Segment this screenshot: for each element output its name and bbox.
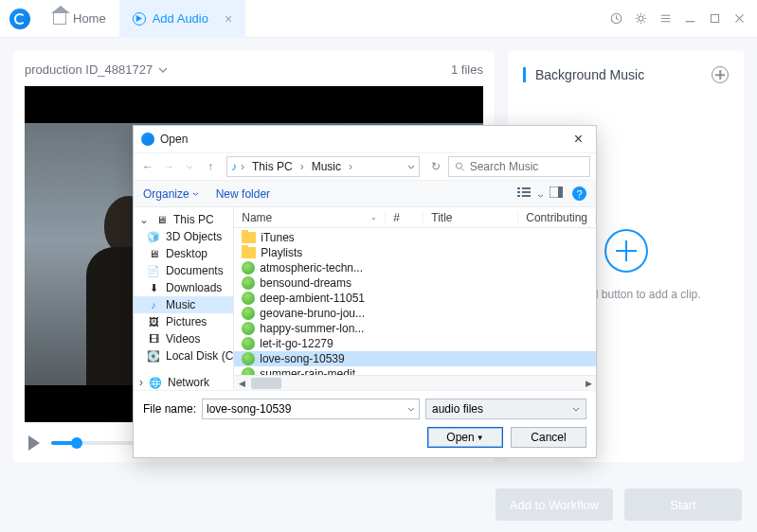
tree-item[interactable]: 📄Documents	[134, 262, 233, 279]
tree-this-pc[interactable]: ⌄🖥This PC	[134, 211, 233, 228]
help-icon[interactable]: ?	[572, 186, 586, 201]
svg-rect-5	[517, 187, 520, 189]
minimize-icon[interactable]	[684, 12, 696, 25]
file-item[interactable]: bensound-dreams	[234, 275, 596, 291]
breadcrumb-part[interactable]: This PC	[248, 160, 297, 173]
dialog-footer: File name: audio files Open▼ Cancel	[134, 390, 596, 457]
file-list: iTunesPlaylistsatmospheric-techn...benso…	[234, 228, 596, 375]
recent-dropdown[interactable]	[181, 158, 198, 175]
open-button[interactable]: Open▼	[427, 427, 503, 448]
svg-rect-3	[711, 14, 718, 22]
music-icon: ♪	[231, 160, 237, 173]
project-dropdown[interactable]: production ID_4881727	[25, 62, 168, 77]
audio-file-icon	[242, 322, 255, 335]
audio-file-icon	[242, 367, 255, 375]
tree-item[interactable]: 💽Local Disk (C:)	[134, 347, 233, 364]
view-list-icon[interactable]	[517, 186, 544, 201]
dialog-nav-row: ← → ↑ ♪ › This PC › Music › ↻	[134, 152, 596, 181]
organize-dropdown[interactable]: Organize	[143, 187, 199, 201]
forward-button[interactable]: →	[160, 158, 177, 175]
gear-icon[interactable]	[635, 12, 647, 25]
svg-rect-10	[522, 195, 531, 197]
nav-tree: ⌄🖥This PC 🧊3D Objects🖥Desktop📄Documents⬇…	[134, 207, 234, 390]
tree-item[interactable]: 🖥Desktop	[134, 245, 233, 262]
svg-rect-8	[522, 187, 531, 189]
search-box[interactable]	[448, 156, 590, 177]
col-contributing[interactable]: Contributing	[518, 211, 596, 224]
up-button[interactable]: ↑	[202, 158, 219, 175]
file-item[interactable]: summer-rain-medit...	[234, 366, 596, 375]
cancel-button[interactable]: Cancel	[511, 427, 586, 448]
tree-item[interactable]: 🎞Videos	[134, 330, 233, 347]
breadcrumb[interactable]: ♪ › This PC › Music ›	[226, 156, 420, 177]
footer-actions: Add to Workflow Start	[496, 488, 742, 521]
file-item[interactable]: atmospheric-techn...	[234, 260, 596, 275]
home-icon	[53, 13, 66, 25]
col-number[interactable]: #	[386, 211, 424, 224]
window-close-icon[interactable]	[733, 12, 746, 25]
file-item[interactable]: let-it-go-12279	[234, 336, 596, 351]
search-input[interactable]	[470, 160, 584, 173]
maximize-icon[interactable]	[709, 12, 721, 25]
open-file-dialog: Open × ← → ↑ ♪ › This PC › Music › ↻ Org…	[133, 125, 597, 458]
tree-network[interactable]: ›🌐Network	[134, 374, 233, 390]
back-button[interactable]: ←	[139, 158, 156, 175]
window-controls	[610, 12, 757, 25]
new-folder-button[interactable]: New folder	[216, 187, 270, 201]
svg-point-2	[639, 16, 643, 21]
svg-rect-12	[558, 186, 563, 198]
add-clip-big-button[interactable]	[604, 229, 648, 273]
play-button[interactable]	[28, 435, 40, 451]
refresh-button[interactable]: ↻	[427, 158, 444, 175]
history-icon[interactable]	[610, 12, 622, 25]
tab-home[interactable]: Home	[40, 0, 119, 38]
tree-item[interactable]: 🧊3D Objects	[134, 228, 233, 245]
file-item[interactable]: geovane-bruno-jou...	[234, 306, 596, 321]
folder-item[interactable]: iTunes	[234, 230, 596, 245]
audio-file-icon	[242, 307, 255, 320]
tree-item[interactable]: 🖼Pictures	[134, 313, 233, 330]
menu-icon[interactable]	[659, 12, 672, 25]
add-to-workflow-button[interactable]: Add to Workflow	[496, 488, 613, 521]
file-type-filter[interactable]: audio files	[425, 399, 586, 419]
tab-add-audio[interactable]: Add Audio ×	[119, 0, 245, 38]
file-name-label: File name:	[143, 402, 196, 416]
dialog-close-icon[interactable]: ×	[568, 131, 588, 148]
col-title[interactable]: Title	[424, 211, 518, 224]
file-count-label: 1 files	[451, 62, 483, 77]
file-item[interactable]: love-song-10539	[234, 351, 596, 366]
tab-home-label: Home	[73, 11, 106, 26]
horizontal-scrollbar[interactable]: ◀ ▶	[234, 375, 596, 390]
tree-item[interactable]: ♪Music	[134, 296, 233, 313]
svg-marker-0	[136, 15, 142, 22]
add-clip-button[interactable]	[712, 66, 729, 83]
folder-item[interactable]: Playlists	[234, 245, 596, 260]
file-name-input[interactable]	[207, 402, 407, 416]
svg-rect-6	[517, 191, 520, 193]
file-name-combobox[interactable]	[202, 399, 420, 419]
tab-add-audio-label: Add Audio	[153, 11, 208, 26]
col-name[interactable]: Name⌄	[234, 211, 386, 224]
file-item[interactable]: deep-ambient-11051	[234, 291, 596, 306]
close-icon[interactable]: ×	[225, 11, 232, 27]
svg-point-4	[456, 163, 461, 168]
panel-title: Background Music	[523, 67, 644, 82]
audio-file-icon	[242, 352, 255, 365]
audio-file-icon	[242, 292, 255, 305]
dialog-app-icon	[141, 133, 154, 146]
folder-icon	[242, 232, 256, 243]
breadcrumb-part[interactable]: Music	[308, 160, 345, 173]
preview-pane-icon[interactable]	[550, 186, 563, 201]
titlebar: Home Add Audio ×	[0, 0, 757, 38]
project-header: production ID_4881727 1 files	[25, 62, 483, 77]
file-item[interactable]: happy-summer-lon...	[234, 321, 596, 336]
column-headers: Name⌄ # Title Contributing	[234, 207, 596, 228]
audio-file-icon	[242, 261, 255, 275]
tree-item[interactable]: ⬇Downloads	[134, 279, 233, 296]
audio-file-icon	[242, 276, 255, 290]
svg-rect-7	[517, 195, 520, 197]
start-button[interactable]: Start	[624, 488, 742, 521]
add-audio-icon	[133, 12, 146, 26]
folder-icon	[242, 247, 256, 258]
audio-file-icon	[242, 337, 255, 350]
